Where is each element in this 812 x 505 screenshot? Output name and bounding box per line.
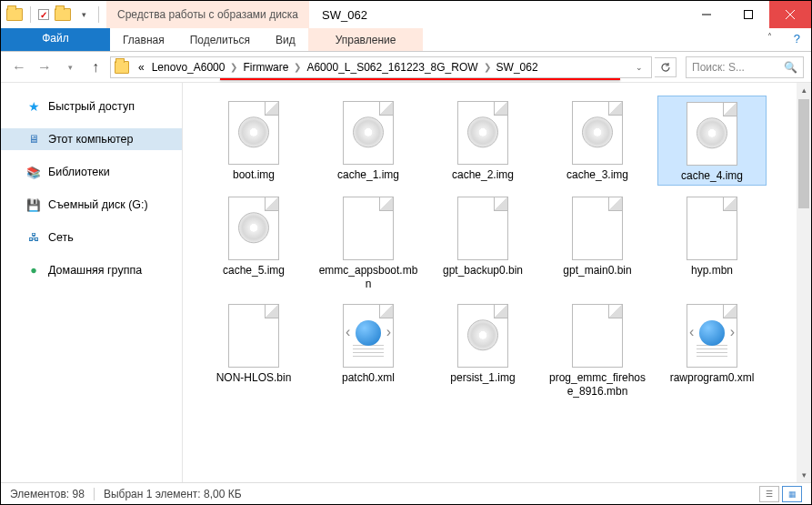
forward-button[interactable]: →: [34, 56, 55, 78]
file-name: emmc_appsboot.mbn: [318, 264, 418, 291]
qat-dropdown-icon[interactable]: ▾: [76, 7, 91, 22]
file-item[interactable]: persist_1.img: [428, 298, 537, 400]
chevron-right-icon[interactable]: ❯: [482, 62, 493, 72]
breadcrumb-segment[interactable]: A6000_L_S062_161223_8G_ROW: [303, 61, 481, 74]
tab-file[interactable]: Файл: [1, 28, 110, 51]
file-name: cache_1.img: [337, 168, 399, 182]
title-bar: ✓ ▾ Средства работы с образами диска SW_…: [1, 1, 811, 28]
minimize-button[interactable]: [686, 1, 727, 28]
file-icon: [682, 304, 742, 369]
file-icon: [453, 197, 513, 262]
search-input[interactable]: Поиск: S... 🔍: [686, 56, 804, 78]
file-name: rawprogram0.xml: [670, 371, 755, 385]
file-icon: [682, 102, 742, 167]
maximize-button[interactable]: [727, 1, 769, 28]
properties-icon[interactable]: ✓: [38, 9, 49, 20]
file-item[interactable]: boot.img: [199, 96, 308, 186]
computer-icon: 🖥: [26, 132, 41, 146]
new-folder-icon[interactable]: [55, 8, 71, 21]
tab-view[interactable]: Вид: [263, 28, 308, 51]
scroll-down-icon[interactable]: ▾: [797, 468, 811, 482]
quick-access-toolbar: ✓ ▾: [1, 1, 106, 28]
address-history-dropdown[interactable]: ⌄: [631, 57, 647, 77]
chevron-right-icon[interactable]: ❯: [228, 62, 239, 72]
file-name: cache_4.img: [681, 169, 743, 183]
separator: [98, 6, 99, 23]
file-item[interactable]: gpt_backup0.bin: [428, 191, 537, 293]
up-button[interactable]: ↑: [85, 56, 106, 78]
nav-label: Домашняя группа: [48, 264, 142, 277]
breadcrumb-segment[interactable]: Firmware: [239, 61, 292, 74]
navigation-pane: ★Быстрый доступ 🖥Этот компьютер 📚Библиот…: [1, 83, 183, 482]
folder-icon: [6, 8, 23, 21]
window-title: SW_062: [309, 1, 686, 28]
file-name: boot.img: [233, 168, 275, 182]
nav-label: Библиотеки: [48, 166, 110, 178]
refresh-button[interactable]: [655, 57, 677, 77]
file-name: patch0.xml: [342, 371, 395, 385]
back-button[interactable]: ←: [8, 56, 30, 78]
help-icon[interactable]: ?: [783, 28, 811, 51]
file-item[interactable]: cache_3.img: [543, 96, 652, 186]
file-name: persist_1.img: [450, 371, 515, 385]
file-icon: [224, 197, 284, 262]
vertical-scrollbar[interactable]: ▴ ▾: [797, 83, 811, 482]
nav-network[interactable]: 🖧Сеть: [1, 227, 182, 248]
file-name: cache_5.img: [223, 264, 285, 278]
file-name: cache_3.img: [566, 168, 628, 182]
file-icon: [567, 304, 627, 369]
chevron-right-icon[interactable]: ❯: [292, 62, 303, 72]
content-area: ★Быстрый доступ 🖥Этот компьютер 📚Библиот…: [1, 83, 811, 482]
ribbon-collapse-icon[interactable]: ˄: [757, 28, 783, 51]
file-name: NON-HLOS.bin: [216, 371, 292, 385]
file-item[interactable]: emmc_appsboot.mbn: [314, 191, 423, 293]
breadcrumb-segment[interactable]: Lenovo_A6000: [148, 61, 229, 74]
homegroup-icon: ●: [26, 263, 41, 278]
icons-view-button[interactable]: ▦: [782, 486, 802, 502]
tab-share[interactable]: Поделиться: [177, 28, 263, 51]
nav-libraries[interactable]: 📚Библиотеки: [1, 161, 182, 183]
breadcrumb-segment[interactable]: SW_062: [493, 61, 542, 74]
nav-removable-disk[interactable]: 💾Съемный диск (G:): [1, 194, 182, 216]
tab-manage[interactable]: Управление: [308, 28, 424, 51]
address-row: ← → ▾ ↑ « Lenovo_A6000 ❯ Firmware ❯ A600…: [1, 52, 811, 83]
file-item[interactable]: patch0.xml: [314, 298, 423, 400]
scroll-up-icon[interactable]: ▴: [797, 83, 811, 97]
file-item[interactable]: NON-HLOS.bin: [199, 298, 308, 400]
nav-quick-access[interactable]: ★Быстрый доступ: [1, 96, 182, 117]
usb-icon: 💾: [26, 197, 41, 212]
separator: [94, 488, 95, 500]
selection-info: Выбран 1 элемент: 8,00 КБ: [104, 488, 242, 500]
nav-homegroup[interactable]: ●Домашняя группа: [1, 259, 182, 281]
file-item[interactable]: gpt_main0.bin: [543, 191, 652, 293]
status-bar: Элементов: 98 Выбран 1 элемент: 8,00 КБ …: [1, 482, 811, 504]
address-bar[interactable]: « Lenovo_A6000 ❯ Firmware ❯ A6000_L_S062…: [110, 56, 652, 78]
file-item[interactable]: cache_4.img: [657, 96, 767, 186]
file-item[interactable]: cache_5.img: [199, 191, 308, 293]
annotation-underline: [220, 78, 620, 80]
file-name: prog_emmc_firehose_8916.mbn: [547, 371, 647, 399]
close-button[interactable]: [769, 1, 811, 28]
libraries-icon: 📚: [26, 165, 41, 179]
nav-this-pc[interactable]: 🖥Этот компьютер: [1, 128, 182, 150]
separator: [30, 6, 31, 23]
file-icon: [567, 101, 627, 167]
details-view-button[interactable]: ☰: [759, 486, 779, 502]
file-icon: [682, 197, 742, 262]
file-item[interactable]: cache_2.img: [428, 96, 537, 186]
scroll-thumb[interactable]: [798, 99, 809, 208]
file-list[interactable]: boot.imgcache_1.imgcache_2.imgcache_3.im…: [183, 83, 811, 482]
item-count: 98: [73, 488, 85, 500]
breadcrumb-prefix: «: [135, 61, 148, 74]
item-count-label: Элементов:: [10, 488, 69, 500]
tab-home[interactable]: Главная: [110, 28, 177, 51]
file-name: gpt_backup0.bin: [443, 264, 523, 278]
nav-label: Быстрый доступ: [48, 100, 135, 113]
file-item[interactable]: prog_emmc_firehose_8916.mbn: [543, 298, 652, 400]
file-item[interactable]: rawprogram0.xml: [657, 298, 767, 400]
file-icon: [338, 101, 398, 167]
file-item[interactable]: cache_1.img: [314, 96, 423, 186]
recent-dropdown-icon[interactable]: ▾: [59, 56, 81, 78]
file-item[interactable]: hyp.mbn: [657, 191, 767, 293]
file-icon: [453, 304, 513, 369]
